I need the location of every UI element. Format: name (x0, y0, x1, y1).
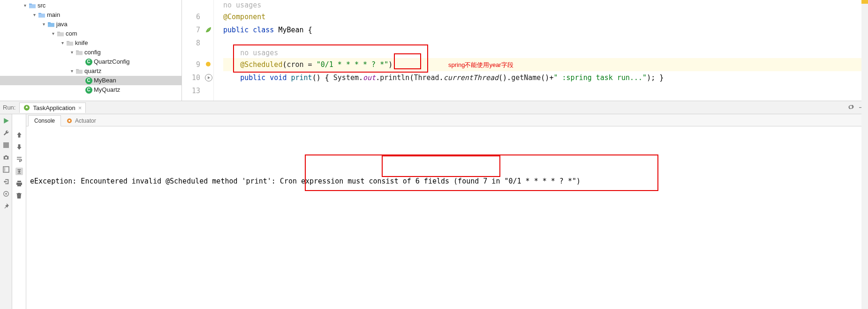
svg-point-5 (4, 169, 5, 170)
tree-node-knife[interactable]: ▾ knife (0, 38, 181, 48)
chevron-down-icon: ▾ (31, 10, 38, 20)
svg-point-6 (4, 170, 5, 171)
run-sub-tabs: Console Actuator (26, 114, 868, 126)
pin-icon[interactable] (2, 202, 10, 210)
package-icon (66, 40, 74, 46)
scroll-to-end-icon[interactable] (15, 168, 23, 175)
tree-node-com[interactable]: ▾ com (0, 29, 181, 38)
package-icon (56, 31, 65, 37)
run-config-tab[interactable]: TaskApplication × (19, 103, 86, 113)
tree-node-quartzconfig[interactable]: ▾ C QuartzConfig (0, 57, 181, 66)
svg-point-2 (5, 157, 7, 159)
trash-icon[interactable] (15, 192, 23, 199)
package-icon (75, 50, 83, 55)
print-icon[interactable] (15, 180, 23, 187)
gear-icon[interactable] (847, 103, 854, 112)
tab-console[interactable]: Console (28, 115, 61, 126)
annotation-highlight-box-inner (382, 155, 500, 177)
run-line-marker-icon[interactable] (205, 74, 212, 81)
tree-node-java[interactable]: ▾ java (0, 20, 181, 29)
run-icon[interactable] (2, 117, 10, 125)
console-toolbar (12, 114, 26, 309)
chevron-down-icon: ▾ (22, 1, 28, 10)
run-label: Run: (3, 104, 15, 111)
close-icon[interactable]: × (78, 104, 82, 111)
annotation-highlight-box (305, 154, 658, 191)
java-class-icon: C (84, 87, 93, 94)
warning-stripe (861, 0, 868, 4)
tab-actuator[interactable]: Actuator (61, 116, 102, 126)
source-folder-icon (47, 22, 55, 27)
code-area[interactable]: no usages @Component public class MyBean… (214, 0, 868, 101)
editor-gutter: 6 7 8 9 10 13 (182, 0, 214, 101)
chevron-down-icon: ▾ (50, 29, 56, 38)
svg-point-4 (4, 168, 5, 169)
spring-leaf-icon (205, 26, 212, 34)
svg-rect-3 (3, 167, 9, 172)
chevron-down-icon: ▾ (68, 66, 75, 76)
chevron-down-icon: ▾ (59, 38, 66, 48)
chevron-down-icon: ▾ (68, 48, 75, 57)
tree-node-config[interactable]: ▾ config (0, 48, 181, 57)
tree-node-src[interactable]: ▾ src (0, 1, 181, 10)
arrow-down-icon[interactable] (15, 143, 23, 151)
annotation-note: spring不能使用year字段 (448, 61, 513, 69)
svg-point-8 (5, 193, 7, 195)
console-output[interactable]: eException: Encountered invalid @Schedul… (26, 126, 868, 309)
stop-icon[interactable] (2, 141, 10, 149)
run-side-toolbar (0, 114, 12, 309)
folder-icon (38, 12, 46, 18)
project-tree[interactable]: ▾ src ▾ main ▾ java ▾ com (0, 0, 182, 101)
target-icon[interactable] (2, 190, 10, 198)
console-scrollbar[interactable] (861, 13, 868, 309)
wrench-icon[interactable] (2, 129, 10, 137)
folder-icon (28, 3, 37, 8)
code-editor[interactable]: 6 7 8 9 10 13 no usages @Component publi… (182, 0, 868, 101)
intention-bulb-icon[interactable] (206, 62, 211, 66)
tree-node-quartz[interactable]: ▾ quartz (0, 66, 181, 76)
java-class-icon: C (84, 77, 93, 84)
console-line: eException: Encountered invalid @Schedul… (30, 177, 581, 185)
arrow-up-icon[interactable] (15, 131, 23, 139)
package-icon (75, 68, 83, 74)
java-class-icon: C (84, 59, 93, 66)
soft-wrap-icon[interactable] (15, 155, 23, 163)
spring-boot-icon (23, 104, 30, 111)
actuator-icon (67, 118, 72, 124)
svg-point-10 (68, 120, 70, 122)
tree-node-myquartz[interactable]: ▾ C MyQuartz (0, 85, 181, 95)
chevron-down-icon: ▾ (40, 20, 47, 29)
run-toolwindow-header: Run: TaskApplication × — (0, 101, 868, 114)
layout-icon[interactable] (2, 166, 10, 173)
camera-icon[interactable] (2, 154, 10, 161)
svg-rect-1 (3, 142, 9, 148)
tree-node-main[interactable]: ▾ main (0, 10, 181, 20)
tree-node-mybean[interactable]: ▾ C MyBean (0, 76, 181, 85)
exit-icon[interactable] (2, 178, 10, 185)
